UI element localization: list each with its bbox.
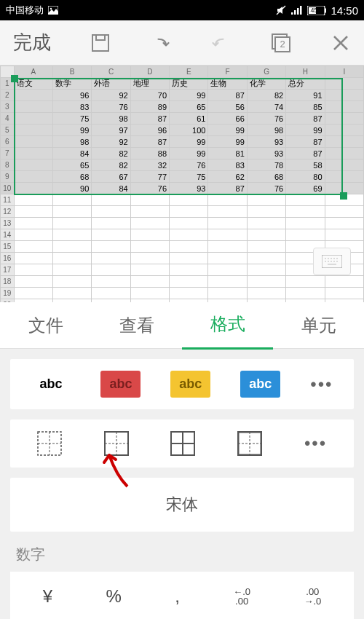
svg-rect-11 [96,35,105,40]
selection-handle-bottom[interactable] [340,192,347,200]
clock-label: 14:50 [331,4,358,17]
comma-button[interactable]: , [175,586,180,607]
redo-icon[interactable] [210,33,231,53]
svg-rect-5 [297,8,299,15]
border-all-icon[interactable] [170,431,195,456]
picture-icon [48,6,58,15]
more-styles-icon[interactable]: ••• [310,374,333,395]
svg-rect-10 [92,35,108,51]
style-yellow[interactable]: abc [170,371,210,398]
font-button[interactable]: 宋体 [10,478,354,532]
keyboard-float-button[interactable] [313,248,351,275]
mute-icon [275,4,287,16]
border-none-icon[interactable] [37,431,62,456]
status-bar: 中国移动 45 14:50 [0,0,364,20]
border-section: ••• [10,419,354,468]
svg-point-1 [50,8,52,9]
svg-rect-8 [325,8,326,12]
signal-icon [291,6,303,15]
main-toolbar: 完成 2 [0,20,364,66]
spreadsheet-area[interactable]: ABCDEFGHI1语文数学外语地理历史生物化学总分29692709987829… [0,66,364,302]
numbers-label: 数字 [16,545,348,564]
style-plain[interactable]: abc [31,371,71,398]
decrease-decimal-button[interactable]: .00→.0 [304,587,321,606]
close-icon[interactable] [331,33,351,53]
carrier-label: 中国移动 [6,4,44,17]
save-icon[interactable] [90,33,111,53]
tab-file[interactable]: 文件 [0,302,91,349]
panel-tabs: 文件 查看 格式 单元 [0,302,364,349]
increase-decimal-button[interactable]: ←.0.00 [233,587,250,606]
border-thick-icon[interactable] [237,431,262,456]
tab-cell[interactable]: 单元 [273,302,364,349]
done-button[interactable]: 完成 [13,30,51,55]
currency-button[interactable]: ¥ [43,586,52,607]
format-panel: 文件 查看 格式 单元 abc abc abc abc ••• ••• 宋体 数… [0,302,364,619]
svg-rect-6 [300,6,302,15]
number-format-section: ¥ % , ←.0.00 .00→.0 [10,572,354,619]
border-outer-icon[interactable] [104,431,129,456]
style-red[interactable]: abc [100,371,141,398]
selection-handle-top[interactable] [11,75,18,82]
tab-view[interactable]: 查看 [91,302,182,349]
svg-rect-4 [294,10,296,15]
text-style-section: abc abc abc abc ••• [10,359,354,409]
style-blue[interactable]: abc [240,371,280,398]
more-borders-icon[interactable]: ••• [304,433,327,454]
tab-format[interactable]: 格式 [182,301,273,350]
svg-rect-3 [291,12,293,15]
font-name-label: 宋体 [166,495,198,513]
undo-icon[interactable] [151,33,171,53]
tabs-icon[interactable]: 2 [271,33,291,53]
percent-button[interactable]: % [106,586,121,607]
battery-icon: 45 [307,6,326,15]
